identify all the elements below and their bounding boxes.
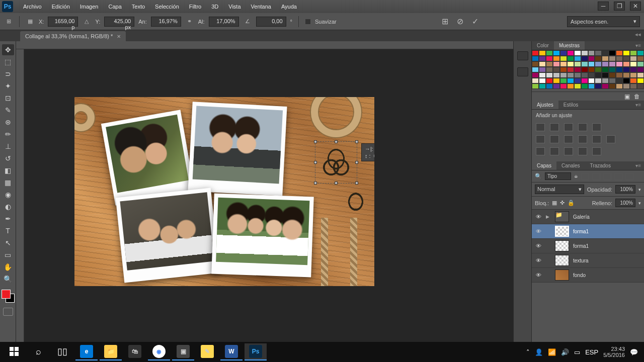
swatch[interactable] xyxy=(609,78,616,83)
swatch[interactable] xyxy=(595,72,602,78)
swatch[interactable] xyxy=(581,67,588,72)
adj-threshold[interactable] xyxy=(564,147,573,155)
heal-tool[interactable]: ⊛ xyxy=(2,117,14,128)
swatch[interactable] xyxy=(630,61,637,67)
link-wh-icon[interactable]: ⚭ xyxy=(185,17,194,26)
swatch[interactable] xyxy=(637,72,644,78)
tray-battery-icon[interactable]: ▭ xyxy=(574,348,580,356)
adj-levels[interactable] xyxy=(550,123,559,131)
layer-name[interactable]: forma1 xyxy=(573,243,589,249)
layer-row[interactable]: 👁fondo xyxy=(532,268,644,283)
swatch[interactable] xyxy=(609,67,616,72)
swatch[interactable] xyxy=(567,56,574,61)
lasso-tool[interactable]: ⊃ xyxy=(2,68,14,79)
filter-shape-icon[interactable] xyxy=(614,173,622,180)
link-xy-icon[interactable]: △ xyxy=(82,17,91,26)
workspace-dropdown[interactable]: Aspectos esen.▾ xyxy=(567,16,640,27)
gradient-tool[interactable]: ▦ xyxy=(2,177,14,188)
menu-texto[interactable]: Texto xyxy=(127,2,150,12)
adj-channel-mixer[interactable] xyxy=(592,135,601,143)
swatch[interactable] xyxy=(553,67,560,72)
close-tab-icon[interactable]: ✕ xyxy=(117,34,121,39)
visibility-icon[interactable]: 👁 xyxy=(535,228,542,235)
swatch[interactable] xyxy=(630,72,637,78)
shape-tool[interactable]: ▭ xyxy=(2,249,14,260)
adj-invert[interactable] xyxy=(536,147,545,155)
tray-people-icon[interactable]: 👤 xyxy=(535,348,543,356)
swatch[interactable] xyxy=(595,78,602,83)
swatch[interactable] xyxy=(609,61,616,67)
task-view-button[interactable]: ▯▯ xyxy=(51,343,73,360)
w-field[interactable]: 16,97% xyxy=(151,17,181,27)
start-button[interactable] xyxy=(3,343,25,360)
layer-name[interactable]: fondo xyxy=(573,273,586,278)
swatch[interactable] xyxy=(637,50,644,56)
swatch[interactable] xyxy=(623,83,630,89)
swatch[interactable] xyxy=(567,83,574,89)
swatch[interactable] xyxy=(588,78,595,83)
swatch[interactable] xyxy=(595,61,602,67)
tab-styles[interactable]: Estilos xyxy=(558,101,583,109)
swatch[interactable] xyxy=(609,56,616,61)
swatch[interactable] xyxy=(609,72,616,78)
y-field[interactable]: 425,00 px xyxy=(104,17,134,27)
h-field[interactable]: 17,00% xyxy=(209,17,239,27)
swatch[interactable] xyxy=(623,61,630,67)
color-swatches[interactable] xyxy=(2,290,15,303)
swatch[interactable] xyxy=(539,83,546,89)
filter-type-icon[interactable] xyxy=(603,173,611,180)
swatch[interactable] xyxy=(623,50,630,56)
tab-paths[interactable]: Trazados xyxy=(585,161,616,170)
swatch[interactable] xyxy=(623,67,630,72)
menu-edicion[interactable]: Edición xyxy=(47,2,75,12)
group-arrow-icon[interactable]: ▶ xyxy=(546,214,551,219)
swatch[interactable] xyxy=(574,61,581,67)
adj-bw[interactable] xyxy=(564,135,573,143)
swatch[interactable] xyxy=(532,67,539,72)
swatch[interactable] xyxy=(637,61,644,67)
layer-row[interactable]: 👁textura xyxy=(532,253,644,268)
warp-icon[interactable]: ⊞ xyxy=(440,17,449,26)
adj-gradient-map[interactable] xyxy=(578,147,587,155)
swatch[interactable] xyxy=(581,72,588,78)
tray-volume-icon[interactable]: 🔊 xyxy=(561,348,569,356)
visibility-icon[interactable]: 👁 xyxy=(535,213,542,220)
layer-row[interactable]: 👁forma1 xyxy=(532,239,644,253)
pen-tool[interactable]: ✒ xyxy=(2,213,14,224)
swatch[interactable] xyxy=(553,72,560,78)
swatch[interactable] xyxy=(574,83,581,89)
swatch[interactable] xyxy=(574,56,581,61)
swatch[interactable] xyxy=(553,50,560,56)
panel-menu-icon[interactable]: ▾≡ xyxy=(632,101,644,109)
filter-pixel-icon[interactable] xyxy=(581,173,589,180)
transform-tool-icon[interactable]: ⊞ xyxy=(4,17,13,26)
swatch[interactable] xyxy=(588,50,595,56)
zoom-tool[interactable]: 🔍 xyxy=(2,274,14,285)
swatch[interactable] xyxy=(588,72,595,78)
swatch[interactable] xyxy=(616,78,623,83)
swatch[interactable] xyxy=(560,72,567,78)
window-close[interactable]: ✕ xyxy=(630,2,641,11)
collapse-panels-icon[interactable]: ◂◂ xyxy=(635,31,641,38)
swatch[interactable] xyxy=(546,67,553,72)
panel-menu-icon[interactable]: ▾≡ xyxy=(632,41,644,50)
menu-capa[interactable]: Capa xyxy=(103,2,126,12)
swatch[interactable] xyxy=(532,72,539,78)
swatch[interactable] xyxy=(546,78,553,83)
menu-imagen[interactable]: Imagen xyxy=(75,2,104,12)
swatch[interactable] xyxy=(532,50,539,56)
quick-mask[interactable] xyxy=(3,308,13,316)
swatch[interactable] xyxy=(553,61,560,67)
eyedropper-tool[interactable]: ✎ xyxy=(2,105,14,116)
move-tool[interactable]: ✥ xyxy=(2,44,14,55)
swatch[interactable] xyxy=(581,78,588,83)
swatches-grid[interactable] xyxy=(532,50,644,89)
swatch[interactable] xyxy=(560,56,567,61)
crop-tool[interactable]: ⊡ xyxy=(2,93,14,104)
lock-all-icon[interactable]: 🔒 xyxy=(568,200,575,206)
adj-hue[interactable] xyxy=(536,135,545,143)
swatch[interactable] xyxy=(588,83,595,89)
dodge-tool[interactable]: ◐ xyxy=(2,201,14,212)
suavizar-check[interactable] xyxy=(305,19,311,25)
swatch[interactable] xyxy=(539,72,546,78)
